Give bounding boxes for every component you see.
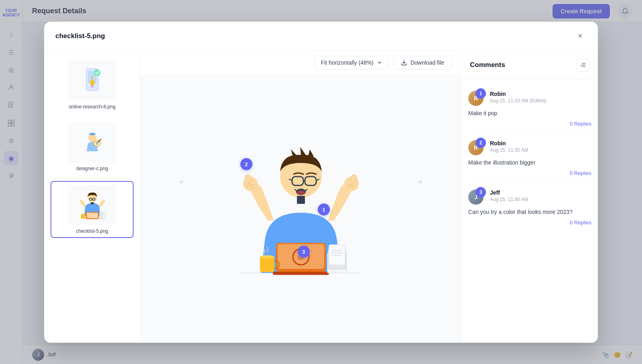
comment-item-3: J 3 Jeff Aug 25, 11:40 AM Can you try a …	[468, 185, 591, 231]
comment-avatar-wrapper-2: R 2	[468, 140, 484, 155]
comment-time-3: Aug 25, 11:40 AM	[490, 197, 591, 202]
comment-avatar-wrapper-1: R 1	[468, 91, 484, 106]
download-label: Download file	[410, 59, 444, 66]
svg-rect-54	[273, 272, 329, 275]
file-thumbnail-3	[68, 185, 116, 225]
svg-rect-41	[297, 196, 305, 204]
comments-header: Comments	[462, 51, 598, 79]
svg-point-19	[96, 143, 98, 145]
viewer-toolbar: Fit horizontally (48%) Download file	[140, 51, 461, 75]
comment-pin-2[interactable]: 2	[240, 158, 252, 170]
file-item-1[interactable]: online-research-8.png	[51, 57, 134, 113]
modal-body: online-research-8.png	[44, 51, 598, 343]
comment-item-2: R 2 Robin Aug 25, 11:35 AM Make the illu…	[468, 135, 591, 181]
comment-meta-3: Jeff Aug 25, 11:40 AM	[490, 189, 591, 202]
modal-title: checklist-5.png	[55, 32, 105, 40]
comments-title: Comments	[470, 61, 505, 69]
comments-list: R 1 Robin Aug 25, 11:33 AM (Edited) Make…	[462, 79, 598, 343]
comment-badge-3: 3	[475, 187, 486, 197]
svg-rect-15	[91, 133, 94, 135]
crosshair-2: +	[418, 177, 423, 187]
file-name-2: designer-c.png	[76, 166, 108, 171]
comment-author-3: Jeff	[490, 189, 591, 196]
file-thumbnail-2	[68, 122, 116, 163]
modal-header: checklist-5.png ×	[44, 22, 598, 51]
comment-meta-2: Robin Aug 25, 11:35 AM	[490, 140, 591, 153]
comment-replies-1[interactable]: 0 Replies	[468, 121, 591, 127]
file-item-3[interactable]: checklist-5.png	[51, 181, 134, 238]
comment-avatar-wrapper-3: J 3	[468, 189, 484, 205]
file-thumbnail-1	[68, 61, 116, 101]
filter-comments-button[interactable]	[576, 58, 590, 72]
crosshair-1: +	[179, 177, 184, 187]
svg-rect-27	[81, 214, 85, 219]
svg-rect-57	[260, 257, 274, 272]
comment-replies-2[interactable]: 0 Replies	[468, 170, 591, 176]
svg-point-58	[260, 255, 274, 258]
svg-rect-28	[100, 212, 103, 219]
svg-rect-26	[87, 213, 98, 218]
modal-overlay: checklist-5.png ×	[0, 0, 642, 364]
modal-close-button[interactable]: ×	[574, 30, 587, 43]
comment-item-1: R 1 Robin Aug 25, 11:33 AM (Edited) Make…	[468, 86, 591, 132]
download-file-button[interactable]: Download file	[393, 56, 452, 69]
fit-selector-button[interactable]: Fit horizontally (48%)	[315, 56, 388, 69]
comment-top-1: R 1 Robin Aug 25, 11:33 AM (Edited)	[468, 91, 591, 106]
comment-author-2: Robin	[490, 140, 591, 146]
comment-badge-1: 1	[475, 88, 486, 99]
file-name-1: online-research-8.png	[69, 104, 116, 110]
svg-rect-30	[91, 202, 94, 204]
comment-badge-2: 2	[475, 138, 486, 148]
comment-replies-3[interactable]: 0 Replies	[468, 220, 591, 226]
svg-point-17	[95, 142, 97, 143]
comments-panel: Comments R 1 Robin	[461, 51, 598, 343]
comment-author-1: Robin	[490, 91, 591, 97]
file-item-2[interactable]: designer-c.png	[51, 119, 134, 175]
comment-time-2: Aug 25, 11:35 AM	[490, 147, 591, 153]
comment-meta-1: Robin Aug 25, 11:33 AM (Edited)	[490, 91, 591, 104]
image-viewer-panel: Fit horizontally (48%) Download file + +	[140, 51, 461, 343]
file-name-3: checklist-5.png	[76, 228, 108, 234]
comment-top-2: R 2 Robin Aug 25, 11:35 AM	[468, 140, 591, 155]
svg-point-40	[297, 191, 305, 195]
main-illustration: 2 1 3	[217, 124, 385, 293]
comment-time-1: Aug 25, 11:33 AM (Edited)	[490, 98, 591, 104]
file-list-panel: online-research-8.png	[44, 51, 140, 343]
file-preview-modal: checklist-5.png ×	[44, 22, 598, 343]
comment-text-2: Make the illustration bigger	[468, 159, 591, 167]
comment-text-3: Can you try a color that looks more 2023…	[468, 208, 591, 216]
comment-pin-3[interactable]: 3	[298, 246, 310, 258]
comment-top-3: J 3 Jeff Aug 25, 11:40 AM	[468, 189, 591, 205]
svg-rect-29	[103, 213, 106, 219]
viewer-canvas: + + 2 1 3	[140, 75, 461, 343]
svg-rect-61	[329, 245, 345, 265]
svg-point-12	[94, 69, 100, 76]
fit-label: Fit horizontally (48%)	[321, 59, 374, 66]
comment-text-1: Make it pop	[468, 109, 591, 118]
